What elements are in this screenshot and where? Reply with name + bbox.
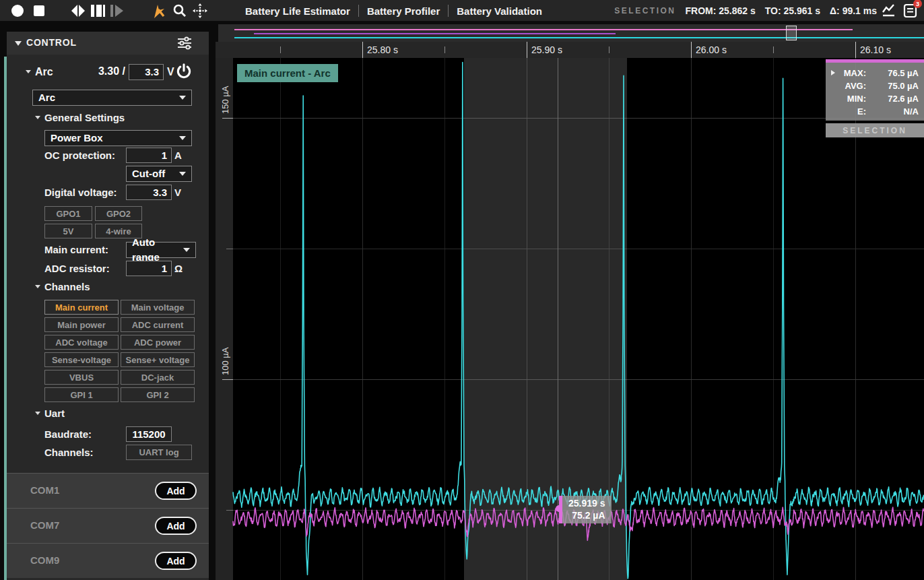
uart-channels-label: Channels:	[44, 447, 94, 458]
supply-select[interactable]: Power Box	[44, 130, 192, 146]
5v-toggle[interactable]: 5V	[44, 224, 92, 238]
gpo1-toggle[interactable]: GPO1	[44, 206, 92, 221]
channels-title: Channels	[44, 281, 90, 292]
x-tick-label: 26.10 s	[860, 44, 891, 55]
add-port-button[interactable]: Add	[155, 552, 197, 570]
uart-log-toggle[interactable]: UART log	[126, 445, 192, 460]
adc-resistor-label: ADC resistor:	[44, 263, 110, 274]
add-port-button[interactable]: Add	[155, 517, 197, 535]
settings-sliders-icon[interactable]	[176, 36, 193, 53]
arc-collapse-icon[interactable]	[26, 70, 31, 73]
notes-icon[interactable]: 3	[902, 3, 919, 19]
x-tick-label: 25.80 s	[367, 44, 398, 55]
stats-row: MAX:76.5 µA	[831, 67, 919, 79]
chevron-down-icon	[183, 248, 190, 252]
x-minor-tick	[609, 46, 609, 53]
toolbar: Battery Life Estimator Battery Profiler …	[0, 0, 924, 22]
port-row-com9: COM9Add	[7, 543, 209, 578]
channel-toggle-vbus[interactable]: VBUS	[44, 370, 119, 385]
channel-toggle-dc-jack[interactable]: DC-jack	[121, 370, 195, 385]
oc-protection-unit: A	[174, 150, 182, 161]
digital-voltage-input[interactable]: 3.3	[126, 185, 172, 200]
voltage-live-value: 3.30 /	[94, 65, 125, 77]
active-device-accent-bar	[4, 57, 7, 580]
channel-toggle-main-voltage[interactable]: Main voltage	[121, 300, 195, 315]
selection-caption: SELECTION	[614, 6, 675, 15]
channel-toggle-main-current[interactable]: Main current	[44, 300, 119, 315]
x-minor-tick	[773, 46, 774, 53]
port-row-com1: COM1Add	[7, 473, 209, 508]
add-port-button[interactable]: Add	[155, 482, 197, 500]
x-major-tick	[691, 42, 692, 58]
general-settings-collapse-icon[interactable]	[35, 116, 40, 119]
channel-toggle-adc-current[interactable]: ADC current	[121, 317, 195, 332]
baudrate-input[interactable]: 115200	[126, 426, 172, 442]
oc-mode-select[interactable]: Cut-off	[126, 166, 192, 182]
cursor-icon[interactable]	[151, 3, 167, 19]
adc-resistor-unit: Ω	[174, 263, 183, 274]
tab-battery-validation[interactable]: Battery Validation	[449, 5, 550, 17]
chevron-down-icon	[179, 96, 186, 100]
view-tabs: Battery Life Estimator Battery Profiler …	[237, 0, 550, 22]
control-panel-title: CONTROL	[26, 37, 77, 48]
selection-from: FROM: 25.862 s	[685, 5, 755, 16]
device-select[interactable]: Arc	[32, 90, 192, 106]
general-settings-title: General Settings	[44, 112, 125, 123]
channel-toggle-adc-power[interactable]: ADC power	[121, 335, 195, 350]
x-major-tick	[362, 42, 363, 58]
channel-toggle-gpi-1[interactable]: GPI 1	[44, 387, 119, 402]
overview-trace-purple	[254, 33, 616, 34]
uart-collapse-icon[interactable]	[35, 412, 40, 415]
stats-row: MIN:72.6 µA	[831, 92, 919, 105]
stats-body: MAX:76.5 µAAVG:75.0 µAMIN:72.6 µAE:N/A	[826, 63, 924, 121]
chevron-down-icon	[179, 136, 186, 140]
selection-stats-box[interactable]: MAX:76.5 µAAVG:75.0 µAMIN:72.6 µAE:N/A S…	[826, 59, 924, 137]
oc-protection-label: OC protection:	[44, 150, 115, 161]
selection-to: TO: 25.961 s	[765, 5, 820, 16]
series-legend-tag[interactable]: Main current - Arc	[237, 64, 338, 82]
uart-title: Uart	[44, 408, 65, 419]
channel-toggle-main-power[interactable]: Main power	[44, 317, 119, 332]
channel-toggle-sense-voltage[interactable]: Sense-voltage	[44, 352, 119, 367]
stop-icon[interactable]	[31, 3, 47, 19]
channel-toggle-sense-voltage[interactable]: Sense+ voltage	[121, 352, 195, 367]
voltage-set-input[interactable]: 3.3	[129, 64, 164, 80]
step-play-icon[interactable]	[109, 3, 125, 19]
stats-expand-icon[interactable]	[831, 70, 835, 75]
timeline-viewport-handle[interactable]	[786, 26, 797, 40]
channels-collapse-icon[interactable]	[35, 285, 40, 288]
channel-toggle-adc-voltage[interactable]: ADC voltage	[44, 335, 119, 350]
x-minor-tick	[444, 46, 445, 53]
port-name: COM1	[30, 484, 59, 496]
voltage-unit: V	[167, 66, 174, 78]
chart-icon[interactable]	[881, 3, 897, 19]
record-icon[interactable]	[9, 3, 26, 19]
adc-resistor-input[interactable]: 1	[126, 261, 172, 276]
stats-row: E:N/A	[831, 105, 919, 118]
channel-toggle-gpi-2[interactable]: GPI 2	[121, 387, 195, 402]
gpo2-toggle[interactable]: GPO2	[95, 206, 142, 221]
x-tick-label: 25.90 s	[531, 44, 562, 55]
tooltip-value: 75.2 µA	[568, 509, 605, 521]
device-name: Arc	[35, 66, 53, 78]
x-tick-label: 26.00 s	[696, 44, 727, 55]
expand-horizontal-icon[interactable]	[70, 3, 86, 19]
control-panel-header[interactable]: CONTROL	[7, 32, 209, 55]
time-axis[interactable]	[216, 42, 924, 58]
tab-battery-life-estimator[interactable]: Battery Life Estimator	[237, 5, 358, 17]
digital-voltage-unit: V	[174, 187, 181, 198]
port-name: COM7	[30, 519, 59, 531]
collapse-arrow-icon	[15, 41, 22, 46]
zoom-icon[interactable]	[172, 3, 188, 19]
tooltip-time: 25.919 s	[568, 497, 605, 509]
overview-trace-pink	[234, 29, 853, 30]
main-current-range-select[interactable]: Auto range	[126, 242, 196, 258]
oc-protection-input[interactable]: 1	[126, 148, 172, 163]
power-icon[interactable]	[175, 63, 193, 83]
selection-delta: Δ: 99.1 ms	[830, 5, 877, 16]
tab-battery-profiler[interactable]: Battery Profiler	[359, 5, 448, 17]
columns-icon[interactable]	[90, 3, 106, 19]
x-major-tick	[527, 42, 527, 58]
pan-icon[interactable]	[192, 3, 208, 19]
port-row-com7: COM7Add	[7, 508, 209, 543]
